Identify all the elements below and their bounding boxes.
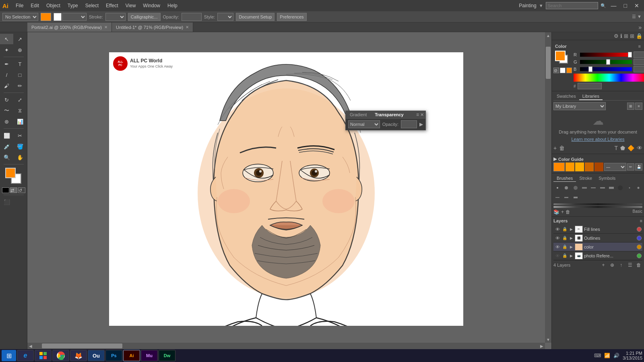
panel-close-icon[interactable]: ✕ [420,112,424,117]
vertical-scrollbar[interactable]: ▲ ▼ [545,32,551,343]
layers-panel-menu[interactable]: ≡ [640,218,642,223]
layer-color-outlines[interactable] [637,236,642,241]
stroke-type-select[interactable] [105,13,126,21]
eyedropper-tool[interactable]: 💉 [0,141,13,152]
expand-color-guide-icon[interactable]: ▶ [553,156,557,162]
workspace-dropdown-icon[interactable]: ▼ [539,3,543,8]
b-slider[interactable] [580,67,632,71]
r-value-input[interactable]: 255 [634,51,644,58]
scale-tool[interactable]: ⤢ [13,95,27,105]
fill-color-large-swatch[interactable] [555,51,566,61]
symbols-tab[interactable]: Symbols [595,175,619,182]
blend-tool[interactable]: ⧖ [13,105,27,116]
column-graph-tool[interactable]: 📊 [13,116,27,127]
b-value-input[interactable]: 44 [634,66,644,72]
menu-window[interactable]: Window [140,2,163,9]
layer-lock-color[interactable]: 🔒 [562,244,568,250]
menu-effect[interactable]: Effect [103,2,121,9]
menu-help[interactable]: Help [164,2,181,9]
panel-lock-icon[interactable]: 🔒 [636,33,642,39]
layer-visibility-outlines[interactable]: 👁 [554,235,561,241]
scroll-up-arrow[interactable]: ▲ [545,32,551,39]
my-library-select[interactable]: My Library [553,102,606,110]
menu-select[interactable]: Select [82,2,102,9]
extra-panel-icon[interactable]: ☰ ▼ [632,14,642,19]
swap-colors-button[interactable]: ⇄ [10,187,17,193]
symbol-sprayer-tool[interactable]: ⊛ [0,116,13,127]
layer-color-filllines[interactable] [637,227,642,232]
canvas-area[interactable]: ALLPC ALL PC World Your Apps One Click A… [27,32,551,349]
layer-row-color[interactable]: 👁 🔒 ▶ color [553,243,642,251]
panel-grid-icon[interactable]: ⊞ [630,33,634,39]
style-select[interactable] [217,13,233,21]
slice-tool[interactable]: ✂ [13,130,27,141]
rotate-tool[interactable]: ↻ [0,95,13,105]
layer-expand-outlines[interactable]: ▶ [569,236,574,241]
fill-color-swatch[interactable] [41,13,51,21]
document-setup-button[interactable]: Document Setup [236,13,275,21]
add-content-icon[interactable]: + [553,145,557,151]
taskbar-explorer[interactable] [35,350,52,361]
layer-visibility-photo[interactable]: 👁 [554,253,561,259]
menu-edit[interactable]: Edit [27,2,42,9]
draw-normal-mode[interactable]: ⬛ [0,197,13,207]
search-input[interactable] [546,2,598,9]
cg-save-button[interactable]: 💾 [635,163,642,171]
no-selection-select[interactable]: No Selection [2,13,38,21]
library-list-view[interactable]: ≡ [635,103,642,110]
close-tab-portrait2[interactable]: ✕ [104,25,107,29]
taskbar-firefox[interactable]: 🦊 [70,350,87,361]
orange-fill-button[interactable] [566,68,572,73]
brush-dot-13[interactable] [572,193,580,202]
cg-swatch-1[interactable] [566,162,574,171]
cg-swatch-4[interactable] [594,162,603,171]
none-fill-button[interactable]: ⊘ [553,68,559,73]
taskbar-dreamweaver[interactable]: Dw [159,350,175,361]
brush-dot-3[interactable] [572,183,580,192]
brush-dot-12[interactable] [562,193,570,202]
move-selection-button[interactable]: ↑ [617,261,625,269]
layer-lock-photo[interactable]: 🔒 [562,253,568,259]
blend-mode-select[interactable]: Normal [348,120,380,128]
brush-dot-11[interactable] [553,193,561,202]
restore-button[interactable]: □ [621,2,630,9]
swatches-tab[interactable]: Swatches [553,93,579,100]
preferences-button[interactable]: Preferences [277,13,306,21]
opacity-input[interactable]: 20% [182,13,202,21]
layer-color-color[interactable] [637,245,642,249]
transparency-tab[interactable]: Transparency [371,111,408,118]
stroke-weight-select[interactable] [62,13,87,21]
hex-input[interactable]: ff8b2c [578,83,602,89]
menu-view[interactable]: View [122,2,139,9]
artboard-tool[interactable]: ⬜ [0,130,13,141]
close-tab-untitled[interactable]: ✕ [186,25,189,29]
scroll-thumb-horizontal[interactable] [42,343,122,348]
brush-dot-6[interactable] [598,183,606,192]
taskbar-outlook[interactable]: Ou [88,350,105,361]
scroll-down-arrow[interactable]: ▼ [545,336,551,343]
layer-color-photo[interactable] [637,253,642,258]
gradient-tab[interactable]: Gradient [346,111,371,118]
white-fill-button[interactable] [560,68,566,73]
g-slider[interactable] [580,60,632,64]
stroke-tab[interactable]: Stroke [576,175,595,182]
lasso-tool[interactable]: ⊕ [13,45,27,55]
paintbrush-tool[interactable]: 🖌 [0,80,13,91]
menu-object[interactable]: Object [43,2,64,9]
brush-dot-10[interactable] [634,183,642,192]
scroll-left-arrow[interactable]: ◀ [27,343,34,349]
layer-lock-filllines[interactable]: 🔒 [562,226,568,232]
magic-wand-tool[interactable]: ✦ [0,45,13,55]
panel-collapse-button[interactable]: » [636,24,644,31]
foreground-color-swatch[interactable] [5,168,16,178]
taskbar-muse[interactable]: Mu [141,350,158,361]
layer-expand-color[interactable]: ▶ [569,245,574,249]
cg-base-swatch[interactable] [553,162,565,171]
delete-brush-icon[interactable]: 🗑 [566,209,570,215]
cg-swatch-2[interactable] [575,162,584,171]
paint-bucket-tool[interactable]: 🪣 [13,141,27,152]
panel-extra-icon[interactable]: ⊞ [624,33,628,39]
warp-tool[interactable]: 〜 [0,105,13,116]
close-button[interactable]: ✕ [632,2,642,9]
layer-visibility-filllines[interactable]: 👁 [554,226,561,232]
